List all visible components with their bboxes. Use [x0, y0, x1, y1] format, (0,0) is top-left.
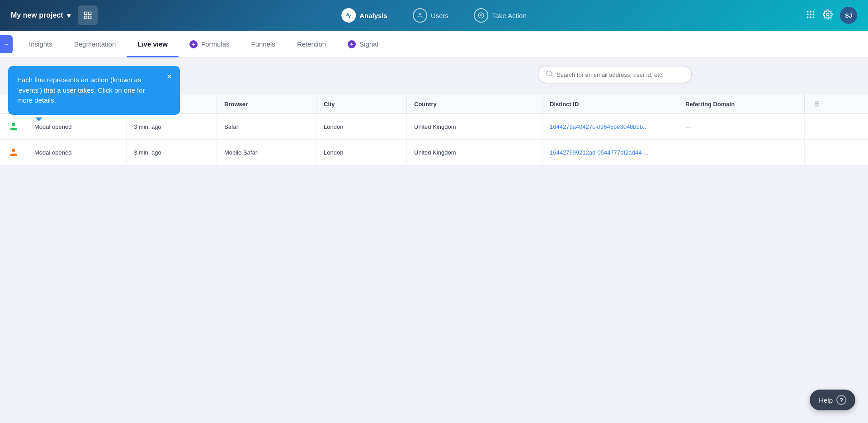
row1-distinct-id[interactable]: 1644279a40427c-09645be3048bbb... [542, 114, 678, 139]
tab-signal[interactable]: Signal [337, 31, 389, 57]
th-browser: Browser [217, 94, 316, 113]
row2-country: United Kingdom [407, 140, 542, 165]
help-question-icon: ? [836, 395, 846, 405]
formulas-badge [189, 40, 198, 48]
svg-rect-7 [807, 10, 809, 12]
nav-item-analysis[interactable]: Analysis [336, 5, 393, 25]
svg-rect-1 [88, 12, 91, 15]
tab-segmentation[interactable]: Segmentation [63, 31, 127, 57]
row1-browser: Safari [217, 114, 316, 139]
help-label: Help [819, 396, 833, 404]
row2-extra [805, 140, 827, 165]
sidebar-toggle[interactable]: → [0, 35, 13, 53]
svg-marker-18 [350, 42, 354, 46]
th-referring-domain: Referring Domain [678, 94, 805, 113]
nav-center: Analysis Users Take Action [336, 5, 532, 25]
take-action-icon [474, 8, 488, 23]
main-content: Each line represents an action (known as… [0, 58, 868, 423]
project-selector[interactable]: My new project ▾ [11, 11, 71, 20]
row1-extra [805, 114, 827, 139]
analysis-icon [341, 8, 356, 23]
svg-rect-15 [813, 16, 815, 18]
th-country: Country [407, 94, 542, 113]
nav-right: SJ [806, 7, 857, 24]
nav-take-action-label: Take Action [492, 12, 527, 19]
svg-point-19 [547, 71, 552, 76]
svg-rect-10 [807, 14, 809, 15]
row2-icon [0, 140, 27, 165]
svg-point-16 [826, 13, 829, 16]
signal-badge [348, 40, 356, 48]
th-city: City [316, 94, 407, 113]
sub-nav-tabs: Insights Segmentation Live view Formulas… [18, 31, 389, 57]
nav-item-take-action[interactable]: Take Action [468, 5, 532, 25]
top-navigation: My new project ▾ Analysis Users [0, 0, 868, 31]
row2-city: London [316, 140, 407, 165]
row2-distinct-id[interactable]: 164427999212ad-0544777df2ad44-... [542, 140, 678, 165]
svg-point-4 [419, 13, 421, 15]
svg-marker-17 [192, 42, 195, 46]
tab-funnels[interactable]: Funnels [241, 31, 286, 57]
tooltip-text: Each line represents an action (known as… [17, 76, 145, 104]
svg-rect-9 [813, 10, 815, 12]
tab-insights[interactable]: Insights [18, 31, 63, 57]
svg-point-27 [12, 123, 15, 126]
svg-rect-3 [84, 16, 87, 19]
row2-event: Modal opened [27, 140, 127, 165]
row1-icon [0, 114, 27, 139]
row1-referring-domain: — [678, 114, 805, 139]
tab-formulas[interactable]: Formulas [179, 31, 241, 57]
svg-line-20 [551, 75, 552, 76]
row1-time: 3 min. ago [127, 114, 217, 139]
sub-navigation: → Insights Segmentation Live view Formul… [0, 31, 868, 58]
th-filter[interactable] [805, 94, 827, 113]
svg-rect-2 [88, 16, 91, 19]
nav-item-users[interactable]: Users [407, 5, 454, 25]
svg-rect-14 [810, 16, 811, 18]
search-input[interactable] [557, 71, 684, 78]
analytics-icon-button[interactable] [78, 5, 98, 25]
row1-city: London [316, 114, 407, 139]
th-distinct-id: Distinct ID [542, 94, 678, 113]
row2-time: 3 min. ago [127, 140, 217, 165]
svg-rect-13 [807, 16, 809, 18]
tooltip-close-button[interactable]: ✕ [164, 71, 175, 82]
nav-analysis-label: Analysis [359, 12, 387, 19]
table-row[interactable]: Modal opened 3 min. ago Mobile Safari Lo… [0, 140, 868, 165]
project-name: My new project [11, 11, 63, 19]
user-icon-orange [7, 146, 19, 159]
svg-point-6 [480, 14, 482, 16]
chevron-down-icon: ▾ [67, 11, 71, 20]
user-icon-green [7, 120, 19, 133]
svg-rect-8 [810, 10, 811, 12]
grid-icon[interactable] [806, 9, 816, 22]
svg-rect-11 [810, 14, 811, 15]
search-bar-container [538, 66, 692, 83]
help-button[interactable]: Help ? [810, 390, 855, 410]
users-icon [413, 8, 427, 23]
row1-country: United Kingdom [407, 114, 542, 139]
row2-referring-domain: — [678, 140, 805, 165]
search-icon [546, 70, 553, 79]
svg-rect-12 [813, 14, 815, 15]
search-bar[interactable] [538, 66, 692, 83]
nav-users-label: Users [431, 12, 448, 19]
row2-browser: Mobile Safari [217, 140, 316, 165]
tab-retention[interactable]: Retention [286, 31, 337, 57]
avatar[interactable]: SJ [840, 7, 857, 24]
svg-point-28 [12, 149, 15, 152]
tooltip-bubble: Each line represents an action (known as… [8, 66, 180, 115]
gear-icon[interactable] [823, 9, 833, 22]
svg-point-5 [478, 13, 484, 18]
svg-rect-0 [84, 12, 87, 15]
tab-live-view[interactable]: Live view [127, 31, 179, 57]
table-row[interactable]: Modal opened 3 min. ago Safari London Un… [0, 114, 868, 140]
